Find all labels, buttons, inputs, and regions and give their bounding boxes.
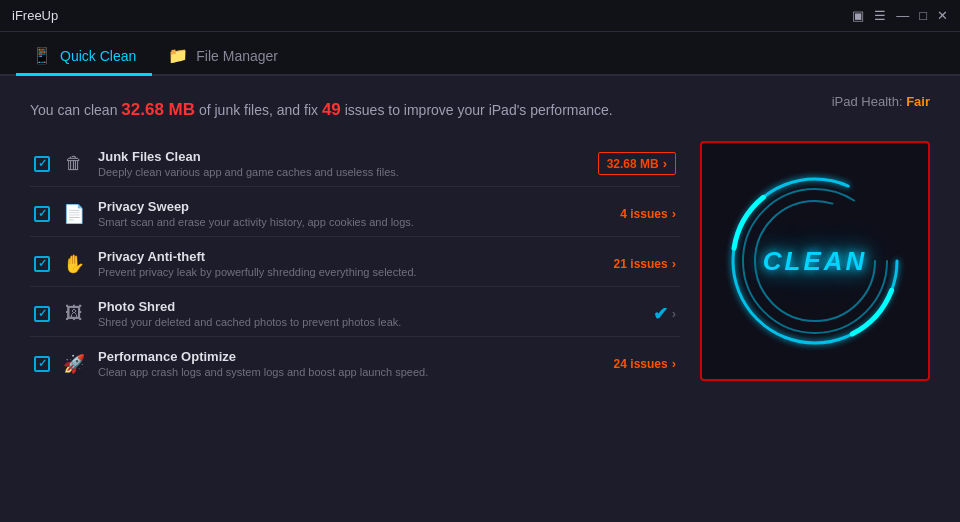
summary-prefix: You can clean (30, 102, 121, 118)
junk-files-title: Junk Files Clean (98, 149, 588, 164)
health-label: iPad Health: (832, 94, 903, 109)
checkbox-privacy-sweep[interactable] (34, 206, 50, 222)
photo-shred-icon: 🖼 (60, 300, 88, 328)
privacy-antitheft-text: Privacy Anti-theft Prevent privacy leak … (98, 249, 604, 278)
summary-count: 49 (322, 100, 341, 119)
privacy-sweep-icon: 📄 (60, 200, 88, 228)
clean-circle: CLEAN (725, 171, 905, 351)
checkbox-junk-files[interactable] (34, 156, 50, 172)
performance-optimize-desc: Clean app crash logs and system logs and… (98, 366, 604, 378)
item-privacy-antitheft: ✋ Privacy Anti-theft Prevent privacy lea… (30, 241, 680, 287)
performance-optimize-value[interactable]: 24 issues › (614, 356, 676, 371)
tab-quick-clean[interactable]: 📱 Quick Clean (16, 38, 152, 76)
photo-shred-text: Photo Shred Shred your deleted and cache… (98, 299, 643, 328)
privacy-antitheft-title: Privacy Anti-theft (98, 249, 604, 264)
clean-label: CLEAN (763, 246, 868, 277)
photo-shred-desc: Shred your deleted and cached photos to … (98, 316, 643, 328)
content-row: 🗑 Junk Files Clean Deeply clean various … (30, 141, 930, 502)
performance-optimize-title: Performance Optimize (98, 349, 604, 364)
main-content: iPad Health: Fair You can clean 32.68 MB… (0, 76, 960, 522)
tab-bar: 📱 Quick Clean 📁 File Manager (0, 32, 960, 76)
health-status: iPad Health: Fair (832, 94, 930, 109)
app-title: iFreeUp (12, 8, 58, 23)
privacy-sweep-title: Privacy Sweep (98, 199, 610, 214)
tablet-icon[interactable]: ▣ (852, 8, 864, 23)
summary-suffix: issues to improve your iPad's performanc… (341, 102, 613, 118)
junk-files-desc: Deeply clean various app and game caches… (98, 166, 588, 178)
item-photo-shred: 🖼 Photo Shred Shred your deleted and cac… (30, 291, 680, 337)
minimize-icon[interactable]: — (896, 8, 909, 23)
item-junk-files: 🗑 Junk Files Clean Deeply clean various … (30, 141, 680, 187)
privacy-antitheft-value[interactable]: 21 issues › (614, 256, 676, 271)
summary-text: You can clean 32.68 MB of junk files, an… (30, 96, 650, 123)
health-value: Fair (906, 94, 930, 109)
performance-optimize-icon: 🚀 (60, 350, 88, 378)
checkbox-performance-optimize[interactable] (34, 356, 50, 372)
junk-files-text: Junk Files Clean Deeply clean various ap… (98, 149, 588, 178)
checkbox-photo-shred[interactable] (34, 306, 50, 322)
file-manager-icon: 📁 (168, 46, 188, 65)
performance-optimize-text: Performance Optimize Clean app crash log… (98, 349, 604, 378)
window-controls: ▣ ☰ — □ ✕ (852, 8, 948, 23)
summary-size: 32.68 MB (121, 100, 195, 119)
privacy-sweep-text: Privacy Sweep Smart scan and erase your … (98, 199, 610, 228)
tab-file-manager[interactable]: 📁 File Manager (152, 38, 294, 76)
tab-file-manager-label: File Manager (196, 48, 278, 64)
items-list: 🗑 Junk Files Clean Deeply clean various … (30, 141, 680, 502)
junk-files-value[interactable]: 32.68 MB › (598, 152, 676, 175)
photo-shred-title: Photo Shred (98, 299, 643, 314)
privacy-sweep-value[interactable]: 4 issues › (620, 206, 676, 221)
tab-quick-clean-label: Quick Clean (60, 48, 136, 64)
item-performance-optimize: 🚀 Performance Optimize Clean app crash l… (30, 341, 680, 386)
checkbox-privacy-antitheft[interactable] (34, 256, 50, 272)
close-icon[interactable]: ✕ (937, 8, 948, 23)
clean-button-container[interactable]: CLEAN (700, 141, 930, 381)
privacy-antitheft-desc: Prevent privacy leak by powerfully shred… (98, 266, 604, 278)
title-bar: iFreeUp ▣ ☰ — □ ✕ (0, 0, 960, 32)
privacy-sweep-desc: Smart scan and erase your activity histo… (98, 216, 610, 228)
item-privacy-sweep: 📄 Privacy Sweep Smart scan and erase you… (30, 191, 680, 237)
menu-icon[interactable]: ☰ (874, 8, 886, 23)
photo-shred-value[interactable]: ✔ › (653, 303, 676, 325)
privacy-antitheft-icon: ✋ (60, 250, 88, 278)
junk-files-icon: 🗑 (60, 150, 88, 178)
quick-clean-icon: 📱 (32, 46, 52, 65)
summary-middle: of junk files, and fix (195, 102, 322, 118)
maximize-icon[interactable]: □ (919, 8, 927, 23)
